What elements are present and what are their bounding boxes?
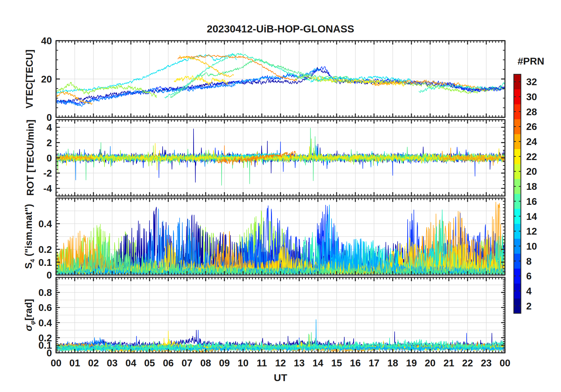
x-tick-label: 07 <box>182 358 193 368</box>
colorbar-tick-label: 20 <box>526 166 537 177</box>
y-tick-label-sigma_phi: 0.8 <box>38 287 52 298</box>
y-tick-label-s4: 0.2 <box>38 244 52 255</box>
colorbar-tick-label: 32 <box>526 76 537 87</box>
colorbar-title: #PRN <box>518 55 544 67</box>
s4-label-main: S <box>23 262 34 269</box>
s4-label-subscript: 4 <box>29 259 36 262</box>
colorbar-tick-label: 30 <box>526 91 537 102</box>
colorbar-tick-label: 26 <box>526 121 537 132</box>
colorbar-tick-label: 14 <box>526 211 537 222</box>
x-tick-label: 10 <box>238 358 249 368</box>
x-tick-label: 06 <box>163 358 174 368</box>
colorbar-tick-label: 6 <box>526 271 532 281</box>
x-tick-label: 04 <box>125 358 136 368</box>
y-tick-label-s4: 0 <box>47 270 52 281</box>
y-tick-label-sigma_phi: 0.6 <box>38 302 52 313</box>
x-tick-label: 08 <box>200 358 211 368</box>
y-tick-label-vtec: 40 <box>41 35 52 46</box>
y-axis-label-vtec: VTEC[TECU] <box>24 50 35 108</box>
s4-label-suffix: ("ism.mat") <box>23 204 34 259</box>
y-tick-label-rot: 4 <box>47 122 52 133</box>
x-tick-label: 21 <box>443 358 454 368</box>
x-tick-label: 20 <box>425 358 436 368</box>
colorbar-tick-label: 4 <box>526 286 532 297</box>
x-tick-label: 19 <box>406 358 417 368</box>
y-tick-label-rot: 0 <box>47 153 52 164</box>
x-tick-label: 05 <box>144 358 155 368</box>
x-tick-label: 00 <box>500 358 511 368</box>
y-tick-label-rot: 2 <box>47 137 52 148</box>
x-tick-label: 02 <box>88 358 99 368</box>
x-tick-label: 18 <box>387 358 398 368</box>
colorbar-tick-label: 24 <box>526 136 537 147</box>
y-tick-label-sigma_phi: 0.2 <box>38 332 52 343</box>
panel-sigma_phi: 00.10.20.40.60.8 <box>38 277 505 358</box>
colorbar-tick-label: 22 <box>526 151 537 162</box>
x-tick-label: 12 <box>275 358 286 368</box>
x-tick-label: 23 <box>481 358 492 368</box>
x-tick-label: 00 <box>51 358 62 368</box>
colorbar-tick-label: 10 <box>526 241 537 252</box>
y-tick-label-vtec: 20 <box>41 74 52 85</box>
colorbar-tick-label: 16 <box>526 196 537 207</box>
colorbar-tick-label: 2 <box>526 301 532 312</box>
panel-rot: -4-2024 <box>43 120 505 196</box>
colorbar-tick-label: 12 <box>526 226 537 237</box>
panel-vtec: 02040 <box>41 35 505 123</box>
glonass-monitor-figure: 20230412-UiB-HOP-GLONASS VTEC[TECU] ROT … <box>0 0 561 392</box>
y-axis-label-sigma-phi: σφ[rad] <box>23 299 36 331</box>
x-tick-label: 17 <box>369 358 380 368</box>
multipanel-timeseries-svg: 02040-4-202400.10.20.400.10.20.40.60.800… <box>0 0 561 392</box>
x-tick-label: 16 <box>350 358 361 368</box>
x-tick-label: 14 <box>312 358 323 368</box>
colorbar: 2468101214161820222426283032 <box>514 74 537 314</box>
x-tick-label: 09 <box>219 358 230 368</box>
y-axis-label-rot: ROT [TECU/min] <box>25 120 36 196</box>
colorbar-tick-label: 18 <box>526 181 537 192</box>
x-tick-label: 22 <box>462 358 473 368</box>
y-tick-label-rot: -2 <box>43 168 52 179</box>
x-axis-label: UT <box>274 372 287 383</box>
sigma-label-suffix: [rad] <box>23 299 34 320</box>
x-tick-label: 15 <box>331 358 342 368</box>
y-tick-label-s4: 0.1 <box>38 257 52 268</box>
y-tick-label-s4: 0.4 <box>38 218 52 229</box>
y-tick-label-rot: -4 <box>43 183 52 194</box>
x-tick-label: 03 <box>107 358 118 368</box>
y-tick-label-sigma_phi: 0.4 <box>38 317 52 328</box>
trace-prn24-vtec <box>178 55 297 81</box>
colorbar-tick-label: 8 <box>526 256 532 267</box>
x-tick-label: 13 <box>294 358 305 368</box>
grid-sigma_phi <box>56 277 505 353</box>
y-tick-label-vtec: 0 <box>47 112 52 123</box>
x-tick-label: 11 <box>257 358 267 368</box>
y-axis-label-s4: S4 ("ism.mat") <box>23 204 36 269</box>
x-tick-label: 01 <box>69 358 80 368</box>
colorbar-tick-label: 28 <box>526 106 537 117</box>
sigma-label-subscript: φ <box>29 321 36 325</box>
chart-title: 20230412-UiB-HOP-GLONASS <box>207 23 354 35</box>
sigma-label-main: σ <box>23 325 34 331</box>
panel-s4: 00.10.20.4 <box>38 198 505 281</box>
trace-prn8-vtec <box>56 84 235 106</box>
